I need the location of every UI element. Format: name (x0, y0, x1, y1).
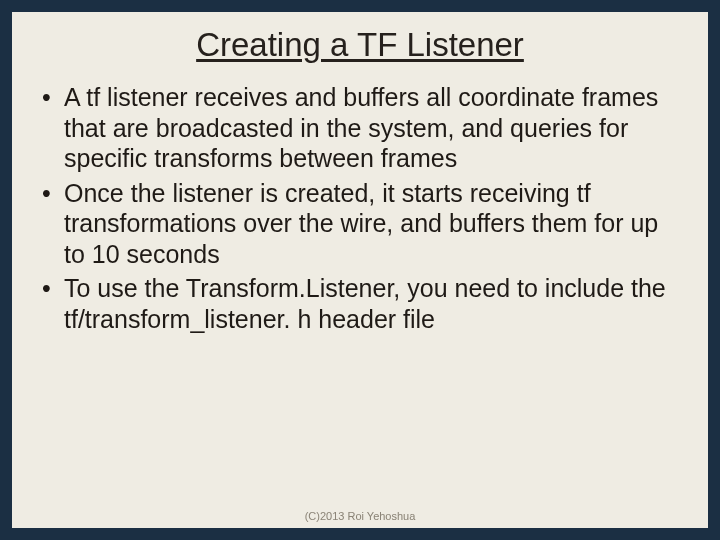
list-item: To use the Transform.Listener, you need … (36, 273, 684, 334)
slide-frame: Creating a TF Listener A tf listener rec… (0, 0, 720, 540)
list-item: A tf listener receives and buffers all c… (36, 82, 684, 174)
slide-title: Creating a TF Listener (12, 26, 708, 64)
bullet-list: A tf listener receives and buffers all c… (36, 82, 684, 334)
slide-content: Creating a TF Listener A tf listener rec… (12, 12, 708, 528)
slide-footer: (C)2013 Roi Yehoshua (12, 510, 708, 522)
slide-body: A tf listener receives and buffers all c… (12, 82, 708, 528)
list-item: Once the listener is created, it starts … (36, 178, 684, 270)
